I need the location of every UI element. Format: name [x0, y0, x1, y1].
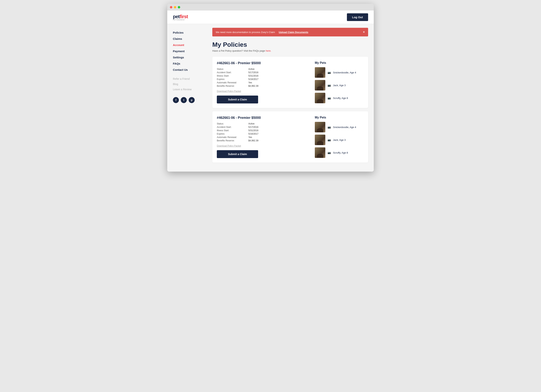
accident-start-value-1: 5/17/2016: [248, 71, 307, 74]
camera-icon-1-2: 📷: [328, 84, 331, 87]
accident-start-label-1: Accident Start:: [217, 71, 247, 74]
pet-name-1-1: Snickerdoodle, Age 4: [333, 71, 356, 74]
header: pet first Pet Insurance Log Out: [167, 10, 374, 24]
pinterest-icon[interactable]: p: [189, 97, 195, 103]
sidebar-item-policies[interactable]: Policies: [173, 30, 207, 36]
pet-name-1-2: Jack, Age 3: [333, 84, 346, 87]
logo-tagline: Pet Insurance: [173, 19, 188, 21]
pet-image-2-1: [315, 122, 325, 132]
pets-title-2: My Pets: [315, 116, 364, 119]
facebook-icon[interactable]: f: [173, 97, 179, 103]
expires-value-1: 5/16/2017: [248, 78, 307, 81]
pet-item-2-2: 📷 Jack, Age 3: [315, 135, 364, 145]
policy-title-1: #462661-06 - Premier $5000: [217, 61, 307, 65]
illness-start-value-2: 5/31/2016: [248, 129, 307, 132]
main-content: We need more documentation to process Zo…: [207, 24, 374, 172]
camera-icon-1-3: 📷: [328, 96, 331, 99]
page-title: My Policies: [212, 41, 368, 48]
policy-details-1: Status: Active Accident Start: 5/17/2016…: [217, 68, 307, 87]
benefits-reserve-value-1: $4,992.39: [248, 85, 307, 87]
accident-start-label-2: Accident Start:: [217, 126, 247, 128]
auto-renewal-label-2: Automatic Renewal:: [217, 136, 247, 139]
alert-banner: We need more documentation to process Zo…: [212, 28, 368, 37]
upload-documents-link[interactable]: Upload Claim Documents: [279, 31, 308, 34]
submit-claim-button-2[interactable]: Submit a Claim: [217, 150, 258, 158]
submit-claim-button-1[interactable]: Submit a Claim: [217, 96, 258, 104]
social-icons: f t p: [173, 97, 207, 103]
pet-name-2-2: Jack, Age 3: [333, 139, 346, 141]
status-label-2: Status:: [217, 122, 247, 125]
logo: pet first Pet Insurance: [173, 14, 188, 21]
pet-item-1-3: 📷 Scruffy, Age 8: [315, 93, 364, 103]
policy-left-2: #462661-06 - Premier $5000 Status: Activ…: [217, 116, 307, 158]
logo-text: pet first Pet Insurance: [173, 14, 188, 21]
policy-title-2: #462661-06 - Premier $5000: [217, 116, 307, 120]
sidebar-item-refer[interactable]: Refer a Friend: [173, 76, 207, 81]
page-subtitle: Have a Pet Policy question? Visit the FA…: [212, 49, 368, 52]
pet-image-2-2: [315, 135, 325, 145]
pet-image-2-3: [315, 147, 325, 158]
expires-value-2: 5/16/2017: [248, 133, 307, 135]
pet-item-1-2: 📷 Jack, Age 3: [315, 80, 364, 90]
pet-item-2-3: 📷 Scruffy, Age 8: [315, 147, 364, 158]
pet-item-1-1: 📷 Snickerdoodle, Age 4: [315, 67, 364, 78]
nav-primary: Policies Claims Account Payment Settings…: [173, 30, 207, 73]
auto-renewal-label-1: Automatic Renewal:: [217, 81, 247, 84]
alert-message: We need more documentation to process Zo…: [216, 31, 275, 34]
sidebar-item-contact-us[interactable]: Contact Us: [173, 67, 207, 73]
expires-label-1: Expires:: [217, 78, 247, 81]
policy-right-2: My Pets 📷 Snickerdoodle, Age 4: [315, 116, 364, 158]
alert-left: We need more documentation to process Zo…: [216, 31, 308, 34]
pets-list-2: 📷 Snickerdoodle, Age 4 📷 Jack, Age 3: [315, 122, 364, 158]
body-layout: Policies Claims Account Payment Settings…: [167, 24, 374, 172]
logout-button[interactable]: Log Out: [347, 13, 368, 21]
camera-icon-2-2: 📷: [328, 138, 331, 141]
illness-start-label-2: Illness Start:: [217, 129, 247, 132]
sidebar-item-settings[interactable]: Settings: [173, 54, 207, 60]
pet-name-1-3: Scruffy, Age 8: [333, 97, 348, 99]
sidebar: Policies Claims Account Payment Settings…: [167, 24, 207, 172]
page-subtitle-text: Have a Pet Policy question? Visit the FA…: [212, 49, 266, 52]
nav-secondary: Refer a Friend Blog Leave a Review: [173, 76, 207, 92]
pet-item-2-1: 📷 Snickerdoodle, Age 4: [315, 122, 364, 132]
camera-icon-1-1: 📷: [328, 71, 331, 74]
close-dot[interactable]: [170, 6, 172, 8]
title-bar: [167, 4, 374, 10]
minimize-dot[interactable]: [174, 6, 176, 8]
sidebar-item-blog[interactable]: Blog: [173, 82, 207, 87]
faqs-link[interactable]: here.: [266, 49, 271, 52]
accident-start-value-2: 5/17/2016: [248, 126, 307, 128]
pets-title-1: My Pets: [315, 61, 364, 65]
policy-details-2: Status: Active Accident Start: 5/17/2016…: [217, 122, 307, 142]
illness-start-label-1: Illness Start:: [217, 74, 247, 77]
maximize-dot[interactable]: [178, 6, 180, 8]
benefits-reserve-value-2: $4,992.39: [248, 139, 307, 142]
pets-list-1: 📷 Snickerdoodle, Age 4 📷 Jack, Age 3: [315, 67, 364, 103]
illness-start-value-1: 5/31/2016: [248, 74, 307, 77]
policy-left-1: #462661-06 - Premier $5000 Status: Activ…: [217, 61, 307, 104]
alert-close-button[interactable]: ×: [363, 30, 365, 34]
download-policy-link-2[interactable]: Download Policy Packet: [217, 145, 307, 147]
sidebar-item-account[interactable]: Account: [173, 42, 207, 48]
expires-label-2: Expires:: [217, 133, 247, 135]
status-value-2: Active: [248, 122, 307, 125]
pet-name-2-3: Scruffy, Age 8: [333, 151, 348, 154]
sidebar-item-faqs[interactable]: FAQs: [173, 61, 207, 67]
benefits-reserve-label-1: Benefits Reserve:: [217, 85, 247, 87]
twitter-icon[interactable]: t: [181, 97, 187, 103]
auto-renewal-value-1: Yes: [248, 81, 307, 84]
pet-image-1-3: [315, 93, 325, 103]
policy-card-1: #462661-06 - Premier $5000 Status: Activ…: [212, 57, 368, 108]
sidebar-item-review[interactable]: Leave a Review: [173, 87, 207, 92]
sidebar-item-claims[interactable]: Claims: [173, 36, 207, 42]
policy-card-2: #462661-06 - Premier $5000 Status: Activ…: [212, 111, 368, 162]
pet-image-1-1: [315, 67, 325, 78]
sidebar-item-payment[interactable]: Payment: [173, 48, 207, 54]
benefits-reserve-label-2: Benefits Reserve:: [217, 139, 247, 142]
camera-icon-2-3: 📷: [328, 151, 331, 154]
app-container: pet first Pet Insurance Log Out Policies…: [167, 10, 374, 172]
policy-right-1: My Pets 📷 Snickerdoodle, Age 4: [315, 61, 364, 104]
status-value-1: Active: [248, 68, 307, 70]
download-policy-link-1[interactable]: Download Policy Packet: [217, 90, 307, 93]
status-label-1: Status:: [217, 68, 247, 70]
